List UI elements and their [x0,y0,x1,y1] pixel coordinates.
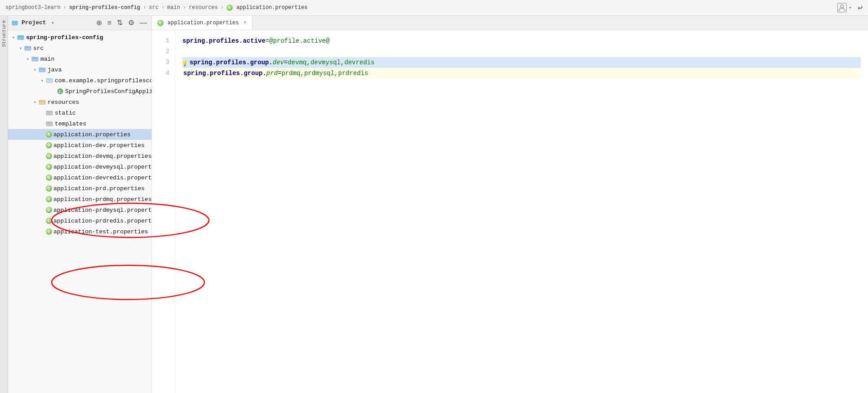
code-text: spring.profiles.group.dev=devmq,devmysql… [183,57,375,68]
folder-icon [12,20,18,26]
tree-item-application-dev[interactable]: application-dev.properties [8,140,151,151]
breadcrumb-item-4[interactable]: main [167,4,180,11]
user-avatar[interactable]: ▾ [837,3,851,13]
sidebar-tree: spring-profiles-config src [8,30,151,393]
resources-folder-icon [39,99,46,105]
code-line-1: spring.profiles.active=@profile.active@ [182,36,861,46]
code-line-3: 💡 spring.profiles.group.dev=devmq,devmys… [182,57,861,68]
svg-point-1 [841,5,844,8]
tree-label-application-prdmq: application-prdmq.properties [53,196,151,203]
code-text: spring.profiles.active=@profile.active@ [182,36,330,46]
tree-label-application-test: application-test.properties [53,228,148,235]
tree-item-application-prdmysql[interactable]: application-prdmysql.properties [8,205,151,215]
tree-label-java: java [48,67,62,73]
tree-item-java[interactable]: java [8,64,151,75]
tree-item-main[interactable]: main [8,54,151,64]
code-text [182,46,186,57]
structure-label[interactable]: Structure [0,16,8,51]
breadcrumb-item-2[interactable]: spring-profiles-config [69,4,140,11]
back-button[interactable]: ↩ [858,3,863,13]
toolbar-settings-button[interactable]: ⚙ [127,18,135,28]
tree-item-src[interactable]: src [8,43,151,54]
tree-item-application-prdmq[interactable]: application-prdmq.properties [8,194,151,205]
tab-close-button[interactable]: × [243,20,246,26]
breadcrumb-leaf-icon [226,4,233,11]
folder-icon [46,110,53,116]
tree-item-application-devmysql[interactable]: application-devmysql.properties [8,161,151,172]
breadcrumb-sep-5: › [221,4,224,11]
folder-icon [39,67,46,73]
tree-item-spring-profiles-config[interactable]: spring-profiles-config [8,32,151,43]
sidebar-toolbar: Project ▾ ⊕ ≡ ⇅ ⚙ — [8,16,151,30]
tree-label-application-prdmysql: application-prdmysql.properties [53,207,151,214]
folder-open-icon [17,34,24,40]
properties-file-icon [46,174,52,181]
tree-label-application-devmq: application-devmq.properties [53,153,151,160]
tree-label-resources: resources [48,99,79,106]
lightbulb-icon: 💡 [182,58,188,69]
properties-file-icon [46,164,52,170]
properties-file-icon [46,196,52,202]
properties-file-icon [46,218,52,224]
properties-file-icon [46,207,52,213]
tree-item-com-example[interactable]: com.example.springprofilesconfig [8,75,151,86]
line-numbers: 1 2 3 4 [152,30,175,393]
breadcrumb-item-1[interactable]: springboot3-learn [5,4,60,11]
properties-file-icon [46,228,52,235]
toolbar-minimize-button[interactable]: — [139,18,148,28]
tree-item-application-test[interactable]: application-test.properties [8,226,151,237]
breadcrumb-item-3[interactable]: src [149,4,159,11]
code-line-2 [182,46,861,57]
toolbar-align-button[interactable]: ≡ [106,18,112,28]
editor-tab-application-properties[interactable]: application.properties × [152,16,252,30]
properties-file-icon [46,153,52,159]
user-dropdown-arrow: ▾ [849,5,851,10]
editor-area: application.properties × 1 2 3 4 sprin [152,16,868,393]
tree-item-resources[interactable]: resources [8,97,151,107]
properties-file-icon [46,185,52,192]
tree-arrow [31,100,39,105]
tree-item-application-devmq[interactable]: application-devmq.properties [8,151,151,161]
code-content[interactable]: spring.profiles.active=@profile.active@ … [175,30,868,393]
svg-text:C: C [59,89,62,94]
toolbar-add-button[interactable]: ⊕ [95,18,103,28]
tree-label-application-dev: application-dev.properties [53,142,145,149]
tree-arrow [39,78,46,83]
breadcrumb-sep-3: › [161,4,164,11]
line-number-2: 2 [152,46,175,57]
tree-item-static[interactable]: static [8,107,151,118]
tree-label-spring-app: SpringProfilesConfigApplication [65,88,151,95]
tree-item-application-properties[interactable]: application.properties [8,129,151,140]
tree-label-com-example: com.example.springprofilesconfig [55,77,151,84]
structure-panel-tab[interactable]: Structure [0,16,8,393]
project-sidebar: Project ▾ ⊕ ≡ ⇅ ⚙ — [8,16,152,393]
tree-item-spring-app[interactable]: C SpringProfilesConfigApplication [8,86,151,97]
line-number-3: 3 [152,57,175,68]
line-number-4: 4 [152,68,175,79]
tree-label-templates: templates [55,121,86,127]
spring-class-icon: C [57,88,64,95]
code-editor[interactable]: 1 2 3 4 spring.profiles.active=@profile.… [152,30,868,393]
code-text: spring.profiles.group.prd=prdmq,prdmysql… [183,68,368,79]
tree-label-application-devredis: application-devredis.properties [53,174,151,181]
breadcrumb-item-5[interactable]: resources [189,4,218,11]
sidebar-dropdown-arrow[interactable]: ▾ [52,20,54,26]
breadcrumb-item-6[interactable]: application.properties [236,4,307,11]
folder-icon [46,121,53,127]
folder-icon [24,45,31,51]
tree-arrow [17,46,24,51]
tree-arrow [10,35,17,40]
toolbar-sort-button[interactable]: ⇅ [116,18,124,28]
properties-file-icon [46,131,52,138]
tab-label: application.properties [168,20,239,26]
editor-tabs: application.properties × [152,16,868,30]
package-folder-icon [46,77,53,84]
tree-arrow [24,57,31,62]
tree-item-templates[interactable]: templates [8,118,151,129]
tree-label-static: static [55,110,76,116]
tree-item-application-devredis[interactable]: application-devredis.properties [8,172,151,183]
breadcrumb-sep-1: › [63,4,66,11]
tree-item-application-prdredis[interactable]: application-prdredis.properties [8,215,151,226]
tree-item-application-prd[interactable]: application-prd.properties [8,183,151,194]
breadcrumb-sep-2: › [143,4,146,11]
